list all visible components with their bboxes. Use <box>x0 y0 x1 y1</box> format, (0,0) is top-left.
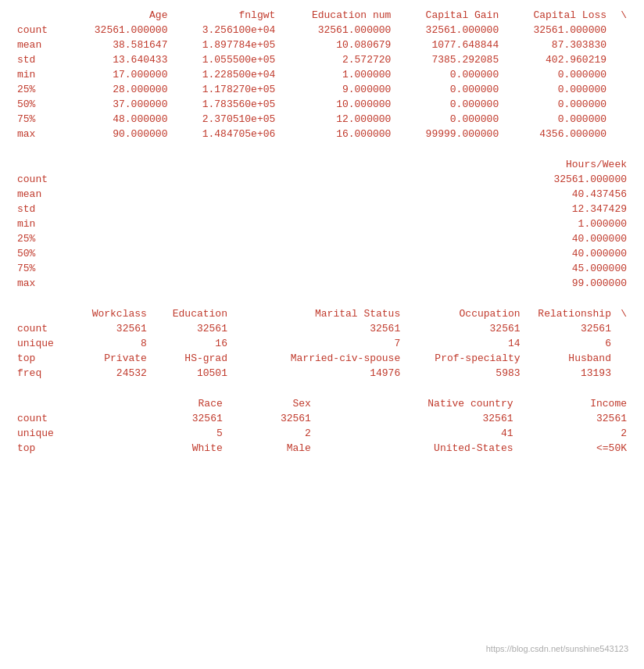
capgain-min: 0.000000 <box>395 67 503 82</box>
workclass-top: Private <box>71 351 152 366</box>
col-education-num: Education num <box>280 8 395 23</box>
capgain-75: 0.000000 <box>395 112 503 127</box>
hours-std: 12.347429 <box>238 202 631 216</box>
marital-unique: 7 <box>270 336 405 351</box>
ednum-std: 2.572720 <box>280 52 395 67</box>
hours-75: 45.000000 <box>238 261 631 276</box>
caploss-min: 0.000000 <box>503 67 611 82</box>
75-bs <box>611 112 631 127</box>
capgain-max: 99999.000000 <box>395 127 503 141</box>
age-50: 37.000000 <box>65 97 173 112</box>
workclass-count: 32561 <box>71 321 152 336</box>
empty2-freq <box>405 366 425 381</box>
caploss-count: 32561.000000 <box>503 23 611 38</box>
native-top: United-States <box>316 441 518 456</box>
row-min: min <box>13 67 65 82</box>
capgain-25: 0.000000 <box>395 82 503 97</box>
row-50: 50% <box>13 97 65 112</box>
hours-min: 1.000000 <box>238 216 631 231</box>
fnlgwt-max: 1.484705e+06 <box>172 127 280 141</box>
race-unique: 5 <box>113 426 227 441</box>
cat2-count-label: count <box>13 411 113 426</box>
empty1-freq <box>232 366 270 381</box>
occupation-count: 32561 <box>425 321 525 336</box>
count-bs <box>611 23 631 38</box>
ednum-count: 32561.000000 <box>280 23 395 38</box>
count-bs2 <box>616 321 631 336</box>
education-count: 32561 <box>152 321 232 336</box>
native-unique: 41 <box>316 426 518 441</box>
empty2-count <box>405 321 425 336</box>
col-sex: Sex <box>227 396 316 411</box>
caploss-75: 0.000000 <box>503 112 611 127</box>
caploss-mean: 87.303830 <box>503 38 611 52</box>
hours-count: 32561.000000 <box>238 172 631 187</box>
capgain-mean: 1077.648844 <box>395 38 503 52</box>
age-std: 13.640433 <box>65 52 173 67</box>
hours-25: 40.000000 <box>238 231 631 246</box>
header-empty <box>13 8 65 23</box>
empty1-top <box>232 351 270 366</box>
occupation-top: Prof-specialty <box>425 351 525 366</box>
sex-top: Male <box>227 441 316 456</box>
relationship-freq: 13193 <box>525 366 616 381</box>
hours-50: 40.000000 <box>238 246 631 261</box>
row-mean: mean <box>13 38 65 52</box>
hours-header-empty <box>13 157 238 172</box>
row-max: max <box>13 127 65 141</box>
caploss-max: 4356.000000 <box>503 127 611 141</box>
hours-mean: 40.437456 <box>238 187 631 202</box>
race-top: White <box>113 441 227 456</box>
cat-freq-label: freq <box>13 366 71 381</box>
native-count: 32561 <box>316 411 518 426</box>
col-empty1 <box>232 306 270 321</box>
unique-bs2 <box>616 336 631 351</box>
hours-25-label: 25% <box>13 231 238 246</box>
hours-std-label: std <box>13 202 238 216</box>
empty2-unique <box>405 336 425 351</box>
row-count: count <box>13 23 65 38</box>
capgain-std: 7385.292085 <box>395 52 503 67</box>
col-hours: Hours/Week <box>238 157 631 172</box>
relationship-count: 32561 <box>525 321 616 336</box>
sex-count: 32561 <box>227 411 316 426</box>
top-bs2 <box>616 351 631 366</box>
marital-count: 32561 <box>270 321 405 336</box>
col-relationship: Relationship <box>525 306 616 321</box>
fnlgwt-min: 1.228500e+04 <box>172 67 280 82</box>
age-75: 48.000000 <box>65 112 173 127</box>
cat2-unique-label: unique <box>13 426 113 441</box>
fnlgwt-count: 3.256100e+04 <box>172 23 280 38</box>
hours-max-label: max <box>13 276 238 291</box>
hours-max: 99.000000 <box>238 276 631 291</box>
numeric-stats-table: Age fnlgwt Education num Capital Gain Ca… <box>13 8 631 141</box>
hours-min-label: min <box>13 216 238 231</box>
marital-freq: 14976 <box>270 366 405 381</box>
col-backslash: \ <box>611 8 631 23</box>
cat2-header-empty <box>13 396 113 411</box>
col-marital: Marital Status <box>270 306 405 321</box>
race-count: 32561 <box>113 411 227 426</box>
age-min: 17.000000 <box>65 67 173 82</box>
col-capital-loss: Capital Loss <box>503 8 611 23</box>
caploss-50: 0.000000 <box>503 97 611 112</box>
ednum-25: 9.000000 <box>280 82 395 97</box>
fnlgwt-mean: 1.897784e+05 <box>172 38 280 52</box>
cat2-top-label: top <box>13 441 113 456</box>
cat-top-label: top <box>13 351 71 366</box>
fnlgwt-75: 2.370510e+05 <box>172 112 280 127</box>
relationship-unique: 6 <box>525 336 616 351</box>
caploss-std: 402.960219 <box>503 52 611 67</box>
empty1-unique <box>232 336 270 351</box>
hours-75-label: 75% <box>13 261 238 276</box>
sex-unique: 2 <box>227 426 316 441</box>
capgain-50: 0.000000 <box>395 97 503 112</box>
ednum-75: 12.000000 <box>280 112 395 127</box>
cat-unique-label: unique <box>13 336 71 351</box>
50-bs <box>611 97 631 112</box>
fnlgwt-50: 1.783560e+05 <box>172 97 280 112</box>
hours-stats-table: Hours/Week count 32561.000000 mean 40.43… <box>13 157 631 291</box>
categorical-stats2-table: Race Sex Native country Income count 325… <box>13 396 631 456</box>
row-std: std <box>13 52 65 67</box>
education-unique: 16 <box>152 336 232 351</box>
